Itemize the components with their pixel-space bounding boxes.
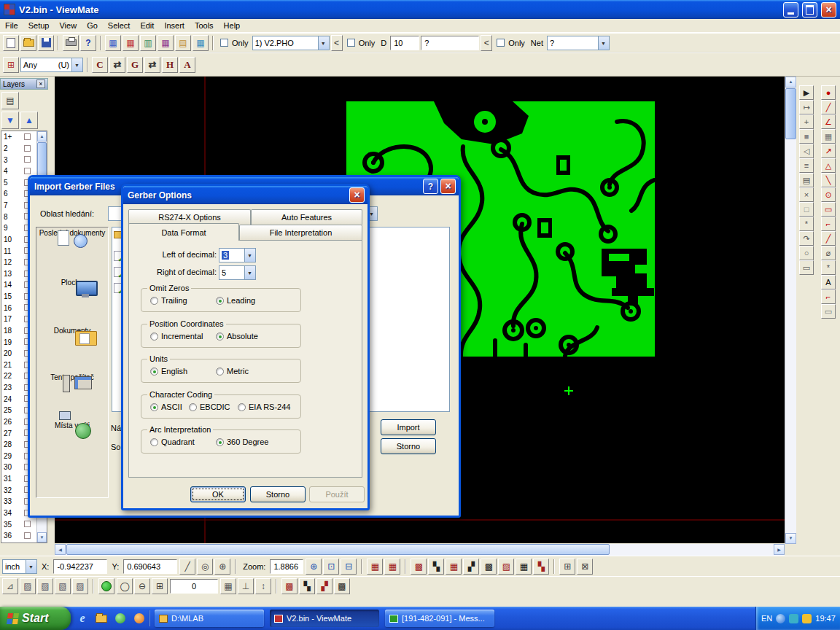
fill-pattern-icon[interactable]: ▧ <box>55 578 71 594</box>
grid-tool-icon[interactable]: ⊞ <box>559 559 575 575</box>
pattern-tool-icon[interactable]: ▦ <box>446 559 462 575</box>
highlight-mode-button[interactable]: A <box>179 57 195 73</box>
radio-leading[interactable] <box>216 297 224 305</box>
radio-label[interactable]: Incremental <box>161 332 203 341</box>
radio-absolute[interactable] <box>216 332 224 341</box>
fill-pattern-icon[interactable]: ▨ <box>72 578 88 594</box>
tool-icon[interactable]: ▭ <box>799 260 814 275</box>
display-mode-icon[interactable]: ▦ <box>105 35 121 51</box>
fill-pattern-icon[interactable]: ⊿ <box>2 578 18 594</box>
pattern-tool-icon[interactable]: ▩ <box>411 559 427 575</box>
zoom-tool-icon[interactable]: ⊟ <box>341 559 357 575</box>
signal-light-button[interactable] <box>98 578 114 594</box>
tool-icon[interactable]: ╱ <box>821 231 836 246</box>
only-dcode-checkbox[interactable] <box>347 39 355 47</box>
tool-icon[interactable]: ╲ <box>821 173 836 187</box>
cancel-button[interactable]: Storno <box>381 438 436 454</box>
chevron-down-icon[interactable] <box>71 58 82 71</box>
chevron-down-icon[interactable] <box>244 266 255 279</box>
tab-file-interpretation[interactable]: File Interpretation <box>239 225 362 240</box>
chevron-down-icon[interactable] <box>26 560 36 573</box>
tool-icon[interactable]: ⌐ <box>821 217 836 231</box>
context-help-button[interactable]: ? <box>80 35 96 51</box>
zoom-value-field[interactable]: 1.8866 <box>270 559 303 574</box>
only-layer-checkbox[interactable] <box>220 39 228 47</box>
scroll-up-icon[interactable] <box>37 131 47 141</box>
scroll-right-icon[interactable] <box>774 544 785 555</box>
open-file-button[interactable] <box>20 35 36 51</box>
quick-launch-app1[interactable] <box>114 612 127 625</box>
radio-ascii[interactable] <box>150 403 158 411</box>
tool-icon[interactable]: ⊙ <box>821 187 836 202</box>
place-desktop[interactable]: Plocha <box>38 279 106 287</box>
tool-icon[interactable]: ⌐ <box>821 289 836 304</box>
task-button-mlab[interactable]: D:\MLAB <box>155 610 264 627</box>
zoom-tool-icon[interactable]: ⊡ <box>323 559 339 575</box>
tray-app-icon[interactable] <box>776 614 785 623</box>
measure-tool-icon[interactable]: ◎ <box>197 559 213 575</box>
menu-item[interactable]: View <box>54 20 82 31</box>
tool-icon[interactable]: ▦ <box>821 129 836 144</box>
net-combo[interactable]: ? <box>547 36 610 50</box>
only-net-checkbox[interactable] <box>497 39 505 47</box>
measure-tool-icon[interactable]: ⊕ <box>214 559 230 575</box>
radio-label[interactable]: Absolute <box>227 332 258 341</box>
radio-trailing[interactable] <box>150 297 158 305</box>
highlight-mode-button[interactable]: G <box>127 57 143 73</box>
tray-app-icon[interactable] <box>802 614 812 623</box>
scroll-up-icon[interactable] <box>785 77 796 88</box>
radio-label[interactable]: Leading <box>227 296 255 305</box>
horizontal-scrollbar[interactable] <box>55 544 785 556</box>
radio-metric[interactable] <box>216 368 224 376</box>
highlight-mode-button[interactable]: C <box>92 57 108 73</box>
menu-item[interactable]: Select <box>103 20 136 31</box>
snap-tool-icon[interactable]: ↕ <box>255 578 271 594</box>
quick-launch-ie[interactable]: e <box>76 612 89 625</box>
grid-tool-icon[interactable]: ▦ <box>384 559 400 575</box>
left-of-decimal-combo[interactable]: 3 <box>219 248 256 262</box>
pattern-tool-icon[interactable]: ▚ <box>299 578 315 594</box>
tool-icon[interactable]: ● <box>821 85 836 100</box>
pattern-tool-icon[interactable]: ▩ <box>334 578 350 594</box>
radio-360-degree[interactable] <box>216 438 224 446</box>
task-button-viewmate[interactable]: V2.bin - ViewMate <box>270 610 379 627</box>
start-button[interactable]: Start <box>0 607 71 630</box>
radio-label[interactable]: ASCII <box>161 402 182 411</box>
layers-panel-close-button[interactable]: × <box>36 79 45 88</box>
new-file-button[interactable] <box>3 35 19 51</box>
pattern-tool-icon[interactable]: ▞ <box>463 559 479 575</box>
tool-icon[interactable]: ↦ <box>799 100 814 114</box>
layer-visibility-checkbox[interactable] <box>24 532 31 539</box>
pattern-tool-icon[interactable]: ▩ <box>281 578 298 594</box>
tool-icon[interactable]: ▶ <box>799 85 814 100</box>
aperture-list-icon[interactable]: ⊞ <box>3 57 19 73</box>
tab-data-format[interactable]: Data Format <box>128 223 239 241</box>
dialog-close-button[interactable] <box>440 179 456 194</box>
tab-rs274x-options[interactable]: RS274-X Options <box>128 209 251 225</box>
display-mode-icon[interactable]: ▦ <box>122 35 139 51</box>
radio-label[interactable]: Metric <box>227 367 249 376</box>
tool-icon[interactable]: ╱ <box>821 100 836 114</box>
language-indicator[interactable]: EN <box>761 614 772 623</box>
radio-quadrant[interactable] <box>150 438 158 446</box>
grid-tool-icon[interactable]: ⊠ <box>577 559 593 575</box>
fill-pattern-icon[interactable]: ▨ <box>37 578 53 594</box>
save-button[interactable] <box>38 35 54 51</box>
clock[interactable]: 19:47 <box>815 614 836 623</box>
tab-auto-features[interactable]: Auto Features <box>251 209 362 225</box>
tool-icon[interactable]: ▤ <box>799 173 814 187</box>
place-computer[interactable]: Tento počítač <box>38 373 106 381</box>
pattern-tool-icon[interactable]: ▨ <box>498 559 514 575</box>
prev-net-button[interactable]: < <box>481 35 492 51</box>
vertical-scrollbar[interactable] <box>785 77 796 544</box>
scrollbar-thumb[interactable] <box>66 544 610 555</box>
scroll-left-icon[interactable] <box>55 544 66 555</box>
menu-item[interactable]: File <box>0 20 23 31</box>
menu-item[interactable]: Setup <box>23 20 55 31</box>
close-button[interactable] <box>821 2 836 18</box>
pattern-tool-icon[interactable]: ▚ <box>533 559 549 575</box>
radio-label[interactable]: Quadrant <box>161 438 195 446</box>
measure-tool-icon[interactable]: ╱ <box>179 559 195 575</box>
tool-icon[interactable]: □ <box>799 202 814 217</box>
radio-label[interactable]: English <box>161 367 187 376</box>
